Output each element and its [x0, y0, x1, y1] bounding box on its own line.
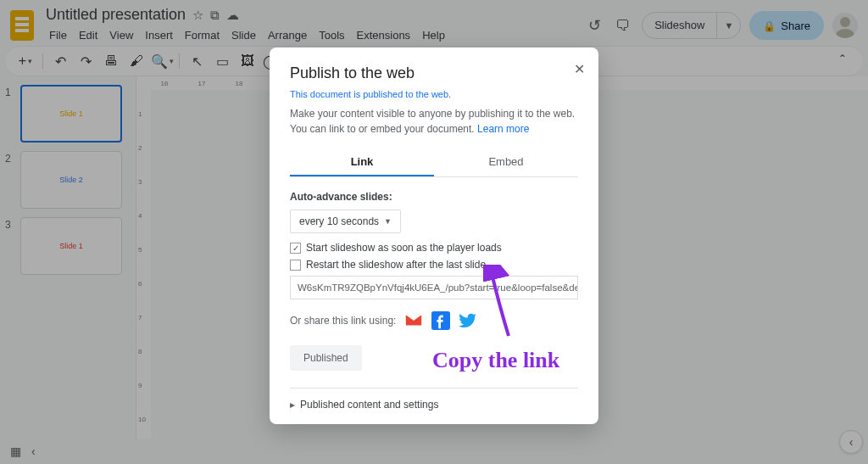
modal-description: Make your content visible to anyone by p…: [290, 106, 578, 137]
checkbox-start-on-load[interactable]: Start slideshow as soon as the player lo…: [290, 242, 578, 254]
triangle-right-icon: [290, 399, 295, 411]
gmail-icon[interactable]: [404, 311, 423, 330]
auto-advance-dropdown[interactable]: every 10 seconds ▼: [290, 210, 401, 233]
tab-link[interactable]: Link: [290, 148, 434, 176]
auto-advance-label: Auto-advance slides:: [290, 191, 578, 203]
twitter-icon[interactable]: [459, 311, 477, 330]
checkbox-icon[interactable]: [290, 243, 301, 254]
chevron-down-icon: ▼: [384, 217, 392, 226]
learn-more-link[interactable]: Learn more: [477, 123, 529, 135]
publish-modal: ✕ Publish to the web This document is pu…: [270, 48, 598, 424]
published-button[interactable]: Published: [290, 345, 362, 371]
divider: [290, 388, 578, 389]
close-icon[interactable]: ✕: [574, 61, 585, 77]
published-note: This document is published to the web.: [290, 89, 578, 99]
publish-tabs: Link Embed: [290, 148, 578, 177]
checkbox-icon[interactable]: [290, 260, 301, 271]
modal-title: Publish to the web: [290, 64, 578, 82]
facebook-icon[interactable]: [431, 311, 450, 330]
content-settings-expander[interactable]: Published content and settings: [290, 399, 578, 411]
checkbox-restart[interactable]: Restart the slideshow after the last sli…: [290, 259, 578, 271]
tab-embed[interactable]: Embed: [434, 148, 578, 176]
publish-url-field[interactable]: W6sKmTR9ZQBpYnVfqj4kU6EA_/pub?start=true…: [290, 276, 578, 299]
share-row: Or share this link using:: [290, 311, 578, 330]
